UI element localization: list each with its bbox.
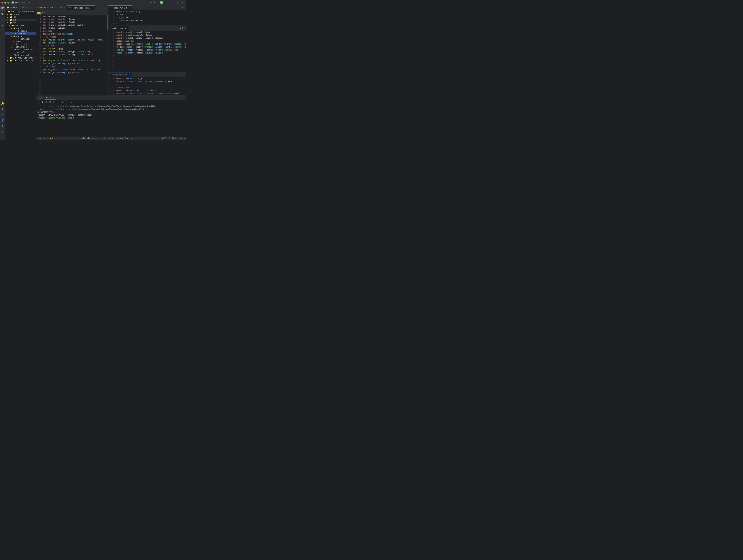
scroll-down-icon[interactable]: ↓ xyxy=(61,100,64,103)
editor-options-icon[interactable]: ⋮ xyxy=(103,6,107,10)
tree-item-testmapper[interactable]: ● TestMapper xyxy=(5,38,36,40)
status-breadcrumb: WebStudy > src > com > test > entity > T… xyxy=(81,137,132,139)
nav-arrows[interactable]: ∧ ∨ xyxy=(184,73,186,76)
close-icon[interactable]: ✕ xyxy=(90,7,93,9)
main-line-numbers: 23456 7891011 1213141516 xyxy=(108,31,115,72)
status-encoding[interactable]: LF UTF-8 xyxy=(168,137,176,139)
nav-arrows[interactable]: ∧ ∨ xyxy=(42,11,45,14)
activity-run-icon[interactable]: ▶ xyxy=(0,23,5,28)
tree-item-out[interactable]: ▶ 📁 out xyxy=(5,18,36,21)
tree-item-lib[interactable]: ▶ 📁 lib xyxy=(5,16,36,18)
tree-item-entity[interactable]: ▼ 📁 entity xyxy=(5,27,36,30)
status-branch[interactable]: ⑂ master xyxy=(38,137,46,139)
maximize-button[interactable] xyxy=(7,2,9,4)
activity-extra-icon[interactable]: ⋯ xyxy=(0,134,5,139)
nav-arrows[interactable]: ∧ ∨ xyxy=(184,6,186,9)
run-config-selector[interactable]: Main ▾ xyxy=(148,1,158,4)
sync-icon[interactable]: ⟳ xyxy=(22,6,25,9)
activity-plugins-icon[interactable]: ⊞ xyxy=(0,106,5,112)
left-scrollbar[interactable] xyxy=(107,15,108,95)
run-button[interactable]: ▶ xyxy=(160,1,164,4)
code-content-left[interactable]: package com.test.mapper; import com.test… xyxy=(42,15,108,95)
status-line-col[interactable]: 15:68 xyxy=(161,137,166,139)
activity-bar: 🔍 ⑂ ▶ 🔔 ⊞ ⚙ 👤 ◈ ⊡ ⋯ xyxy=(0,5,5,140)
bottom-toolbar: ↺ ⏹ ⎚ 📌 ⚙ ↑ ↓ ⟵⟶ ✕ xyxy=(36,100,186,104)
debug-button[interactable]: ⬡ xyxy=(165,1,169,4)
tab-mybatisconfig[interactable]: ◈ mybatis-config.xml ✕ xyxy=(36,5,67,10)
student-code[interactable]: public Student(int sid){ System.out.prin… xyxy=(115,77,186,95)
collapse-icon[interactable]: − xyxy=(29,6,31,9)
tab-student[interactable]: ● Student.java ✕ xyxy=(108,72,132,77)
main-code[interactable]: import com.test.entity.Student; import c… xyxy=(115,31,186,72)
tree-item-webstudy[interactable]: ▼ 📁 WebStudy ~/Desktop/CS/Jav xyxy=(5,10,36,13)
minimize-button[interactable] xyxy=(4,2,6,4)
student-line-numbers: 1011121314 1516171819 202122 xyxy=(108,77,115,95)
tree-item-textxml[interactable]: T text.xml xyxy=(5,51,36,54)
close-button[interactable] xyxy=(1,2,3,4)
close-icon[interactable]: ✕ xyxy=(128,7,130,9)
tree-item-student[interactable]: ● Student xyxy=(5,30,36,32)
tree-item-mybatisutil[interactable]: ● MybatisUtil xyxy=(5,43,36,46)
close-icon[interactable]: ✕ xyxy=(53,97,54,99)
activity-vcs-icon[interactable]: ⑂ xyxy=(0,17,5,22)
traffic-lights xyxy=(1,2,9,4)
tab-main[interactable]: ● Main.java ✕ xyxy=(108,26,129,31)
nav-arrows[interactable]: ∧ ∨ xyxy=(184,27,186,29)
teacher-code-body: 12131415161718 public class Teacher { in… xyxy=(108,10,186,26)
activity-notifications-icon[interactable]: 🔔 xyxy=(0,101,5,106)
output-line-2: 我是二号构造方法1t xyxy=(38,111,186,114)
activity-terminal-icon[interactable]: ⊡ xyxy=(0,129,5,134)
add-icon[interactable]: + xyxy=(25,6,28,9)
activity-person-icon[interactable]: 👤 xyxy=(0,118,5,123)
tree-item-gitignore[interactable]: ◌ .gitignore xyxy=(5,46,36,48)
close-icon[interactable]: ✕ xyxy=(63,7,65,9)
tree-item-idea[interactable]: ▶ 📁 .idea xyxy=(5,13,36,16)
tree-item-external-libraries[interactable]: ▶ 📁 External Libraries xyxy=(5,56,36,59)
activity-search-icon[interactable]: 🔍 xyxy=(0,11,5,17)
run-config-label: Main xyxy=(150,1,155,4)
tab-testmapper[interactable]: ● TestMapper.java ✕ xyxy=(67,5,95,10)
more-options-button[interactable]: ⋮ xyxy=(170,1,174,4)
branch-info[interactable]: ⑂ master ▾ xyxy=(27,1,37,4)
student-warn-badge: ▲ 1 xyxy=(180,74,183,76)
clear-icon[interactable]: ⎚ xyxy=(45,100,48,103)
divider xyxy=(65,101,65,103)
activity-project-icon[interactable] xyxy=(0,6,5,11)
close-icon[interactable]: ✕ xyxy=(128,74,130,76)
tab-teacher[interactable]: ● Teacher.java ✕ xyxy=(108,5,132,10)
activity-settings-icon[interactable]: ⚙ xyxy=(0,112,5,117)
settings-icon[interactable]: ⚙ xyxy=(52,100,55,103)
status-warnings[interactable]: ▲ 4 xyxy=(50,137,53,139)
tree-item-mapper[interactable]: ▼ 📁 mapper xyxy=(5,35,36,38)
settings-button[interactable]: ⚙ xyxy=(181,1,184,4)
teacher-line-numbers: 12131415161718 xyxy=(108,10,115,26)
bottom-panel: Run Main ✕ ↺ ⏹ ⎚ 📌 ⚙ ↑ ↓ ⟵⟶ xyxy=(36,95,186,136)
bottom-tab-main[interactable]: Main ✕ xyxy=(45,96,55,99)
scroll-up-icon[interactable]: ↑ xyxy=(57,100,60,103)
stop-icon[interactable]: ⏹ xyxy=(41,100,44,103)
status-bar: ⑂ master ✓ ▲ 4 WebStudy > src > com > te… xyxy=(36,136,186,140)
panel-student: ● Student.java ✕ ▲ 1 ∧ ∨ ⋮ xyxy=(108,72,186,95)
teacher-code[interactable]: public class Teacher { int tid; String n… xyxy=(115,10,186,26)
tree-item-mybatisconfig[interactable]: ◈ mybatis-config.xml xyxy=(5,48,36,51)
tree-item-main[interactable]: ● Main xyxy=(5,40,36,43)
tab-label: mybatis-config.xml xyxy=(40,7,62,9)
status-indent[interactable]: 4 spaces xyxy=(178,137,186,139)
tree-item-comtest[interactable]: ▼ 📁 com.test xyxy=(5,24,36,27)
pin-icon[interactable]: 📌 xyxy=(48,100,51,103)
tree-item-teacher[interactable]: ● Teacher xyxy=(5,32,36,35)
output-line-3: Student(sid=0, name=null, sex=male, teac… xyxy=(38,114,186,117)
tree-item-scratches[interactable]: ▶ 📁 Scratches and Consoles xyxy=(5,59,36,62)
warning-badge: ▲ 3 xyxy=(37,12,41,13)
close-bottom-icon[interactable]: ✕ xyxy=(70,100,73,103)
wrap-icon[interactable]: ⟵⟶ xyxy=(67,100,70,103)
project-name[interactable]: WebStudy xyxy=(15,1,25,4)
close-icon[interactable]: ✕ xyxy=(124,27,127,30)
search-button[interactable]: ⌕ xyxy=(175,1,179,4)
tree-item-src[interactable]: ▼ 📁 src xyxy=(5,21,36,24)
tree-item-webstudyxml[interactable]: ◈ WebStudy.xml xyxy=(5,54,36,56)
rerun-icon[interactable]: ↺ xyxy=(37,100,40,103)
bottom-tab-run[interactable]: Run xyxy=(37,96,44,99)
activity-bookmark-icon[interactable]: ◈ xyxy=(0,123,5,128)
more-icon[interactable]: ⋮ xyxy=(32,6,35,9)
